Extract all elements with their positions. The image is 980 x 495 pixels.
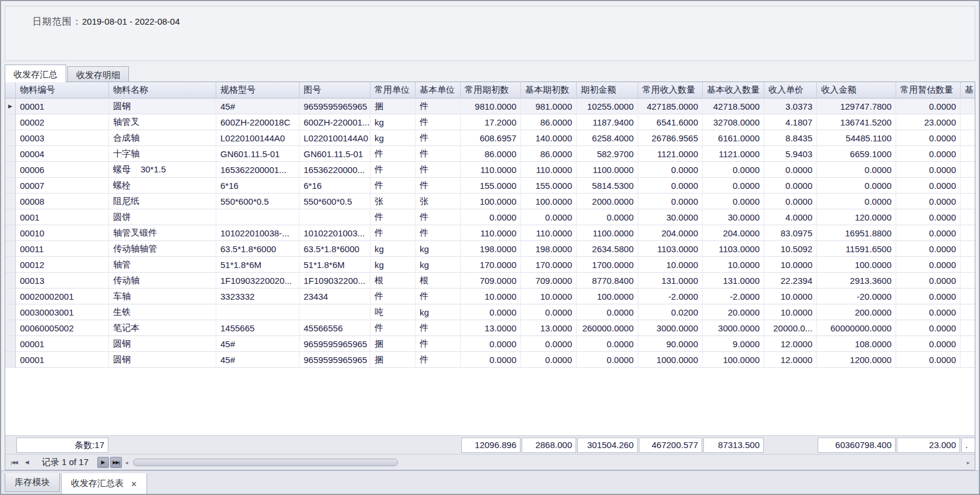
column-header-unitc[interactable]: 常用单位: [370, 82, 416, 98]
table-row[interactable]: 00004十字轴GN601.11.5-01GN601.11.5-01件件86.0…: [5, 146, 975, 162]
column-header-inc[interactable]: 常用收入数量: [638, 82, 703, 98]
cell-estc: 0.0000: [896, 352, 961, 368]
table-row[interactable]: 00060005002笔记本145566545566556件件13.000013…: [5, 320, 975, 336]
column-header-draw[interactable]: 图号: [300, 82, 370, 98]
table-row[interactable]: 0001圆饼件件0.00000.00000.000030.000030.0000…: [5, 209, 975, 225]
cell-inprice: 4.1807: [764, 114, 817, 130]
table-row[interactable]: 00011传动轴轴管63.5*1.8*600063.5*1.8*6000kgkg…: [5, 241, 975, 257]
column-header-estc[interactable]: 常用暂估数量: [896, 82, 961, 98]
next-record-button[interactable]: ▶: [97, 457, 109, 468]
cell-estb: [961, 273, 975, 289]
cell-unitb: 件: [416, 162, 461, 178]
cell-code: 00011: [16, 241, 109, 257]
row-indicator-cell: [5, 209, 16, 225]
prev-record-button[interactable]: ◀: [21, 457, 33, 468]
first-record-button[interactable]: |◀◀: [8, 457, 20, 468]
table-row[interactable]: 00002轴管叉600ZH-2200018C600ZH-220001...kg件…: [5, 114, 975, 130]
cell-spec: 600ZH-2200018C: [216, 114, 300, 130]
column-header-estb[interactable]: 基: [961, 82, 975, 98]
scroll-left-icon[interactable]: ◂: [122, 459, 131, 466]
horizontal-scrollbar-thumb[interactable]: [133, 459, 398, 466]
table-row[interactable]: 00006螺母 30*1.5165362200001...16536220000…: [5, 162, 975, 178]
cell-openc: 0.0000: [461, 209, 521, 225]
cell-code: 00007: [16, 178, 109, 194]
table-row[interactable]: 00010轴管叉锻件101022010038-...10102201003...…: [5, 225, 975, 241]
table-row[interactable]: 00012轴管51*1.8*6M51*1.8*6Mkgkg170.0000170…: [5, 257, 975, 273]
cell-inamt: 2913.3600: [817, 273, 896, 289]
table-row[interactable]: 00030003001生铁吨kg0.00000.00000.00000.0200…: [5, 304, 975, 320]
doc-tab-summary-report[interactable]: 收发存汇总表 ✕: [61, 473, 147, 494]
cell-unitc: 捆: [370, 336, 416, 352]
cell-inc: 1103.0000: [638, 241, 703, 257]
table-row[interactable]: 00013传动轴1F10903220020...1F109032200...根根…: [5, 273, 975, 289]
horizontal-scrollbar[interactable]: [131, 459, 964, 466]
summary-value-box: 12096.896: [461, 438, 520, 453]
cell-inamt: 16951.8800: [817, 225, 896, 241]
row-indicator-cell: [5, 114, 16, 130]
cell-spec: 51*1.8*6M: [216, 257, 300, 273]
tab-summary[interactable]: 收发存汇总: [5, 65, 66, 82]
grid-rows: ▶00001圆钢45#9659595965965捆件9810.0000981.0…: [5, 99, 975, 368]
cell-estc: 0.0000: [896, 273, 961, 289]
cell-openc: 13.0000: [461, 320, 521, 336]
cell-openc: 0.0000: [461, 304, 521, 320]
doc-tab-inventory-module[interactable]: 库存模块: [5, 473, 60, 492]
cell-spec: 165362200001...: [216, 162, 300, 178]
column-header-openc[interactable]: 常用期初数: [461, 82, 521, 98]
cell-estc: 0.0000: [896, 162, 961, 178]
cell-draw: 63.5*1.8*6000: [300, 241, 370, 257]
table-row[interactable]: 00003合成轴L0220100144A0L0220100144A0kg件608…: [5, 130, 975, 146]
cell-estb: [961, 352, 975, 368]
cell-openc: 0.0000: [461, 336, 521, 352]
cell-openb: 10.0000: [521, 289, 577, 304]
close-icon[interactable]: ✕: [131, 480, 137, 488]
cell-estb: [961, 99, 975, 114]
column-header-openamt[interactable]: 期初金额: [577, 82, 638, 98]
cell-name: 轴管叉锻件: [109, 225, 216, 241]
cell-openb: 110.0000: [521, 162, 577, 178]
cell-openb: 86.0000: [521, 114, 577, 130]
cell-openamt: 582.9700: [577, 146, 638, 162]
cell-openb: 0.0000: [521, 304, 577, 320]
cell-inc: 0.0000: [638, 178, 703, 194]
column-header-inprice[interactable]: 收入单价: [764, 82, 817, 98]
summary-cell-inc: 467200.577: [638, 436, 703, 454]
scroll-right-icon[interactable]: ▸: [964, 459, 972, 466]
tab-detail[interactable]: 收发存明细: [67, 66, 129, 82]
column-header-inamt[interactable]: 收入金额: [817, 82, 896, 98]
summary-cell-spec: [216, 436, 300, 454]
cell-inamt: 200.0000: [817, 304, 896, 320]
cell-openc: 0.0000: [461, 352, 521, 368]
table-row[interactable]: 00007螺栓6*166*16件件155.0000155.00005814.53…: [5, 178, 975, 194]
cell-estb: [961, 178, 975, 194]
cell-unitc: 件: [370, 162, 416, 178]
table-row[interactable]: 00020002001车轴332333223434件件10.000010.000…: [5, 289, 975, 304]
last-record-button[interactable]: ▶▶|: [110, 457, 122, 468]
column-header-spec[interactable]: 规格型号: [216, 82, 300, 98]
cell-inamt: 108.0000: [817, 336, 896, 352]
table-row[interactable]: 00001圆钢45#9659595965965捆件0.00000.00000.0…: [5, 336, 975, 352]
filter-panel: 日期范围：2019-08-01 - 2022-08-04: [5, 6, 975, 61]
cell-spec: 6*16: [216, 178, 300, 194]
cell-inprice: 10.0000: [764, 304, 817, 320]
cell-openamt: 2634.5800: [577, 241, 638, 257]
cell-name: 螺母 30*1.5: [109, 162, 216, 178]
table-row[interactable]: ▶00001圆钢45#9659595965965捆件9810.0000981.0…: [5, 99, 975, 114]
column-header-unitb[interactable]: 基本单位: [416, 82, 461, 98]
cell-spec: [216, 304, 300, 320]
table-row[interactable]: 00001圆钢45#9659595965965捆件0.00000.00000.0…: [5, 352, 975, 368]
column-header-code[interactable]: 物料编号: [16, 82, 109, 98]
row-indicator-cell: [5, 336, 16, 352]
cell-estb: [961, 209, 975, 225]
cell-openb: 86.0000: [521, 146, 577, 162]
cell-estb: [961, 304, 975, 320]
cell-openamt: 1100.0000: [577, 225, 638, 241]
cell-estc: 0.0000: [896, 225, 961, 241]
column-header-inb[interactable]: 基本收入数量: [703, 82, 764, 98]
column-header-openb[interactable]: 基本期初数: [521, 82, 577, 98]
cell-unitc: kg: [370, 114, 416, 130]
table-row[interactable]: 00008阻尼纸550*600*0.5550*600*0.5张张100.0000…: [5, 194, 975, 209]
column-header-name[interactable]: 物料名称: [109, 82, 216, 98]
summary-cell-inb: 87313.500: [703, 436, 764, 454]
cell-unitb: kg: [416, 304, 461, 320]
